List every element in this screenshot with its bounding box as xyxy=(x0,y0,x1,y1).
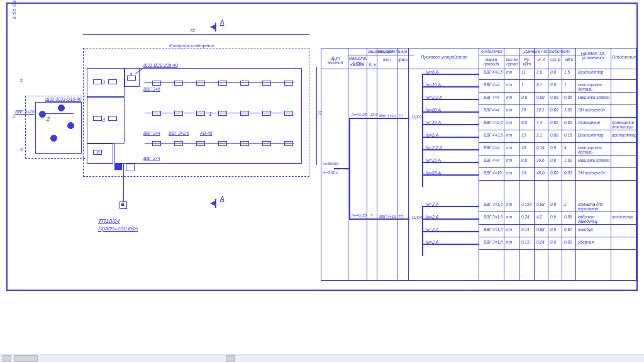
cell-loc: комната для персонала xyxy=(578,202,611,211)
cell-kw: 1,60 xyxy=(564,158,577,162)
cell-kw: 1,5 xyxy=(564,70,577,74)
sub: Ру, кВт xyxy=(520,57,534,66)
cell-i: Iн=2 А xyxy=(426,215,470,219)
row-hline xyxy=(479,92,636,93)
cell-p: 0,14 xyxy=(536,145,550,150)
wire xyxy=(349,218,409,220)
cell-cos: 0,80 xyxy=(550,108,563,112)
drawing-id: 3.55 030300 xyxy=(11,0,17,20)
cell-cable: ВВГ 4×4 xyxy=(484,95,504,99)
cell-kw: 1,50 xyxy=(564,108,577,112)
cell-kw: 0,83 xyxy=(564,120,577,125)
cell-i: Iн=20 А xyxy=(426,158,470,162)
floor-plan: 72 37 5 2 3 Контроль освещения 1 3 5 4 6… xyxy=(33,48,309,237)
cell-n: 0,24 xyxy=(521,215,535,219)
fixture xyxy=(218,141,227,146)
hline xyxy=(348,55,414,55)
fixture xyxy=(240,111,249,116)
cell-i: Iн=10 А xyxy=(426,120,470,125)
row-hline xyxy=(479,237,636,237)
feed1l: 13,0 xyxy=(370,113,378,116)
fixture xyxy=(284,111,293,116)
scroll-thumb[interactable] xyxy=(14,355,38,362)
cell-kw: 0,83 xyxy=(564,240,577,244)
cell-k: тп xyxy=(506,215,519,219)
cell-loc: ЭН водогрейн. xyxy=(578,171,611,175)
tp-symbol xyxy=(119,201,127,209)
cell-n: 9,6 xyxy=(521,120,535,125)
cell-cos: 0,80 xyxy=(550,133,563,137)
dim-right xyxy=(316,67,317,165)
scroll-right-button[interactable] xyxy=(226,355,235,362)
room-2: 2 xyxy=(47,116,50,122)
cell-cos: 0,8 xyxy=(550,70,563,74)
tp-line1: ТП10/04 xyxy=(98,218,120,224)
vline xyxy=(397,48,397,280)
cell-loc: Вентилятор xyxy=(578,70,611,74)
tp-line2: Sрасч=100 кВА xyxy=(98,225,138,232)
scroll-left-button[interactable] xyxy=(3,355,11,362)
cell-loc: монтировоч. деталь xyxy=(578,145,611,154)
fixture xyxy=(93,150,102,155)
cell-n: 13 xyxy=(521,133,535,137)
cell-k: тп xyxy=(506,70,519,74)
sub: К, а xyxy=(368,62,377,67)
cell-cos: 0,8 xyxy=(550,158,563,162)
section-letter: A xyxy=(220,19,225,26)
cell-i: Iн=2 А xyxy=(426,227,470,232)
fixture xyxy=(174,141,183,146)
cell-kw: 1 xyxy=(564,82,577,87)
dim-left-lower: 3 xyxy=(20,147,23,152)
sub: cos φ xyxy=(549,57,562,62)
cell-cable: ВВГ 4×4 xyxy=(484,145,504,150)
cell-room: помещение для птицы xyxy=(612,120,635,129)
cell-k: тп xyxy=(506,240,519,244)
cell-loc: машинки глажки xyxy=(578,158,611,162)
sub: марка провода xyxy=(480,57,502,66)
cell-i: Iн=2,2 А xyxy=(426,145,470,150)
horizontal-scrollbar[interactable] xyxy=(0,354,644,362)
cell-n: 0,154 xyxy=(521,202,535,206)
wire-row xyxy=(145,82,294,83)
cell-kw: 0,15 xyxy=(564,133,577,137)
row-hline xyxy=(479,180,636,181)
cell-loc: кабинет заведующ. xyxy=(578,215,611,223)
cell-n: 0,13 xyxy=(521,240,535,244)
cell-cable: ВВГ 4×4 xyxy=(484,82,504,87)
cell-k: тп xyxy=(506,145,519,150)
drawing-frame: 3.55 030300 A A 72 37 5 2 3 Контроль осв… xyxy=(6,3,638,291)
callout-panel-a: Щ01 ВСВ-205-40 xyxy=(143,63,178,67)
cell-i: Iн=80 А xyxy=(426,108,470,112)
cell-kw: 2 xyxy=(564,202,577,206)
cell-n: 10 xyxy=(521,145,535,150)
cell-loc: Освещение xyxy=(578,120,611,125)
cell-n: 0,8 xyxy=(521,95,535,99)
row-hline xyxy=(479,130,636,130)
cell-p: 4,2 xyxy=(536,215,550,219)
hdr-consumer: Данные потребителя xyxy=(520,49,574,54)
cell-kw: 0,83 xyxy=(564,171,577,175)
cell-cos: 0,9 xyxy=(550,227,563,232)
sub: кол-во прово xyxy=(505,57,519,66)
vline xyxy=(348,48,348,280)
cell-p: 0,89 xyxy=(536,95,550,99)
fixture xyxy=(240,141,249,146)
cell-p: 16,6 xyxy=(536,158,550,162)
cell-k: тп xyxy=(506,82,519,87)
hline xyxy=(479,55,586,55)
cell-loc: Вентилятор xyxy=(578,133,611,137)
sub: тип xyxy=(378,57,396,62)
cell-cable: ВВГ 4×4 xyxy=(484,108,504,112)
hdr-panel: Щит вводной xyxy=(323,56,348,65)
sub: Iрасч xyxy=(398,57,408,62)
room-1: 1 xyxy=(209,111,212,117)
feed2t: ТП xyxy=(398,215,403,218)
cell-cos: 0,80 xyxy=(550,120,563,125)
row-hline xyxy=(479,224,636,225)
hdr-prot-line: защитн. линии xyxy=(377,49,408,54)
fixture xyxy=(284,81,293,86)
cell-n: 9,8 xyxy=(521,158,535,162)
dim-left-upper: 5 xyxy=(20,78,23,82)
callout-panel-b: Щ02 3033-Q10-40 xyxy=(45,97,81,101)
lamp xyxy=(50,135,57,142)
